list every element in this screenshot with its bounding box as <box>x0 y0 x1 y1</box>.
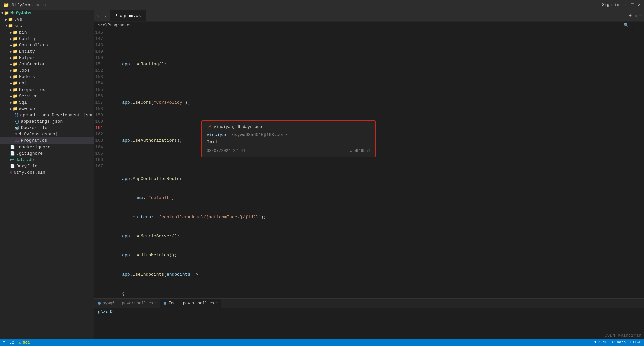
models-label: Models <box>19 74 35 79</box>
program-label: Program.cs <box>21 138 47 143</box>
appsettings-icon: {} <box>15 119 19 124</box>
sidebar-item-appsettings-dev[interactable]: {} appsettings.Development.json <box>0 112 94 118</box>
entity-arrow-icon: ▶ <box>10 50 12 54</box>
root-folder-icon: 📁 <box>4 11 9 16</box>
terminal-tab-zed[interactable]: Zed — powershell.exe <box>160 299 221 308</box>
root-label: NtfyJobs <box>10 11 31 16</box>
jobcreator-label: JobCreator <box>19 62 45 67</box>
sidebar-root[interactable]: ▼ 📁 NtfyJobs <box>0 10 94 16</box>
sidebar-item-csproj[interactable]: ⚙ NtfyJobs.csproj <box>0 131 94 137</box>
nav-forward-button[interactable]: › <box>102 10 110 21</box>
config-folder-icon: 📁 <box>13 36 18 41</box>
jobs-arrow-icon: ▶ <box>10 69 12 73</box>
window-controls: − □ × <box>624 2 641 8</box>
layout-button[interactable]: ⊞ <box>634 13 636 19</box>
sidebar-item-obj[interactable]: ▶ 📁 obj <box>0 80 94 86</box>
status-position[interactable]: 161:28 <box>594 340 608 344</box>
sign-in-button[interactable]: Sign in <box>602 3 619 7</box>
ln-153: 153 <box>94 74 106 80</box>
service-arrow-icon: ▶ <box>10 94 12 98</box>
jobcreator-arrow-icon: ▶ <box>10 62 12 66</box>
helper-arrow-icon: ▶ <box>10 56 12 60</box>
sidebar-item-gitignore[interactable]: 📄 .gitignore <box>0 150 94 157</box>
nav-back-button[interactable]: ‹ <box>94 10 102 21</box>
terminal-content[interactable]: g\Zed> <box>94 308 644 339</box>
titlebar-right: Sign in − □ × <box>602 2 641 8</box>
code-line-151: app.UseAuthorization(); <box>112 137 644 144</box>
sidebar-item-config[interactable]: ▶ 📁 Config <box>0 36 94 42</box>
ln-147: 147 <box>94 36 106 42</box>
status-language[interactable]: CSharp <box>612 340 626 344</box>
sidebar-item-jobcreator[interactable]: ▶ 📁 JobCreator <box>0 61 94 67</box>
status-encoding[interactable]: UTF-8 <box>630 340 641 344</box>
blame-message: Init <box>207 139 370 145</box>
sidebar-item-service[interactable]: ▶ 📁 Service <box>0 93 94 99</box>
properties-label: Properties <box>19 87 45 92</box>
tab-program-cs[interactable]: Program.cs <box>110 10 146 21</box>
status-branch-icon[interactable]: ⎇ <box>10 340 14 345</box>
sidebar-item-properties[interactable]: ▶ 📁 Properties <box>0 86 94 93</box>
sidebar-item-models[interactable]: ▶ 📁 Models <box>0 74 94 80</box>
sidebar-item-dockerfile[interactable]: 🐋 Dockerfile <box>0 125 94 131</box>
add-tab-button[interactable]: + <box>629 13 632 18</box>
terminal-tab-dot-1 <box>98 302 101 305</box>
maximize-button[interactable]: □ <box>631 2 634 8</box>
terminal-tab-label-1: sywq6 — powershell.exe <box>103 301 156 306</box>
code-line-153: app.MapControllerRoute( <box>112 176 644 182</box>
sidebar-item-program[interactable]: C# Program.cs <box>0 137 94 144</box>
minimize-button[interactable]: − <box>624 2 627 8</box>
ln-152: 152 <box>94 67 106 74</box>
terminal-tab-sywq6[interactable]: sywq6 — powershell.exe <box>94 299 160 308</box>
sidebar-item-jobs[interactable]: ▶ 📁 Jobs <box>0 67 94 74</box>
sidebar-item-wwwroot[interactable]: ▶ 📁 wwwroot <box>0 106 94 112</box>
sidebar-item-dockerignore[interactable]: 📄 .dockerignore <box>0 144 94 150</box>
sidebar-item-vs[interactable]: ▶ 📁 .vs <box>0 16 94 23</box>
properties-arrow-icon: ▶ <box>10 88 12 92</box>
helper-label: Helper <box>19 55 35 60</box>
sidebar-item-entity[interactable]: ▶ 📁 Entity <box>0 48 94 55</box>
blame-header: ⎇ vinciyan, 6 days ago <box>207 124 370 130</box>
dockerfile-icon: 🐋 <box>15 125 20 130</box>
controllers-label: Controllers <box>19 43 48 48</box>
ln-154: 154 <box>94 80 106 86</box>
split-editor-icon[interactable]: ⊟ <box>632 23 634 28</box>
more-button[interactable]: ⋯ <box>639 13 641 19</box>
ln-164: 164 <box>94 144 106 150</box>
sidebar-item-appsettings[interactable]: {} appsettings.json <box>0 118 94 125</box>
status-right: 161:28 CSharp UTF-8 <box>594 340 641 344</box>
terminal-tab-label-2: Zed — powershell.exe <box>168 301 217 306</box>
sidebar-item-src[interactable]: ▼ 📁 src <box>0 23 94 29</box>
blame-date: 03/07/2024 22:41 <box>207 149 245 153</box>
sidebar-item-bin[interactable]: ▶ 📁 bin <box>0 29 94 36</box>
status-warnings[interactable]: ⚠ 562 <box>19 340 30 345</box>
root-arrow-icon: ▼ <box>1 11 3 15</box>
src-folder-icon: 📁 <box>8 23 13 28</box>
program-icon: C# <box>15 138 19 143</box>
status-menu-icon[interactable]: ≡ <box>3 340 5 344</box>
sidebar-item-datadb[interactable]: 🗃 data.db <box>0 157 94 163</box>
sidebar-item-controllers[interactable]: ▶ 📁 Controllers <box>0 42 94 48</box>
sidebar-item-sln[interactable]: ⚙ NtfyJobs.sln <box>0 169 94 176</box>
sidebar-item-sql[interactable]: ▶ 📁 Sql <box>0 99 94 106</box>
status-left: ≡ ⎇ ⚠ 562 <box>3 340 30 345</box>
gitignore-icon: 📄 <box>10 151 15 156</box>
status-bar: ≡ ⎇ ⚠ 562 161:28 CSharp UTF-8 <box>0 339 644 346</box>
blame-author: vinciyan <box>207 132 227 137</box>
editor-area: ‹ › Program.cs + ⊞ ⋯ src\Program.cs 🔍 ⊟ … <box>94 10 644 339</box>
ln-146: 146 <box>94 29 106 36</box>
code-content[interactable]: app.UseRouting(); app.UseCors("CorsPolic… <box>109 29 644 298</box>
helper-folder-icon: 📁 <box>13 55 18 60</box>
close-button[interactable]: × <box>638 2 641 8</box>
more-actions-icon[interactable]: ⋯ <box>638 23 640 28</box>
obj-label: obj <box>19 81 27 86</box>
sidebar-item-doxyfile[interactable]: 📄 Doxyfile <box>0 163 94 169</box>
search-icon[interactable]: 🔍 <box>624 23 629 28</box>
ln-160: 160 <box>94 118 106 125</box>
sidebar: ▼ 📁 NtfyJobs ▶ 📁 .vs ▼ 📁 src ▶ 📁 bin ▶ 📁… <box>0 10 94 339</box>
code-editor[interactable]: 146 147 148 149 150 151 152 153 154 155 … <box>94 29 644 298</box>
obj-arrow-icon: ▶ <box>10 81 12 85</box>
bin-arrow-icon: ▶ <box>10 31 12 35</box>
entity-label: Entity <box>19 49 35 54</box>
sidebar-item-helper[interactable]: ▶ 📁 Helper <box>0 55 94 61</box>
models-folder-icon: 📁 <box>13 74 18 79</box>
